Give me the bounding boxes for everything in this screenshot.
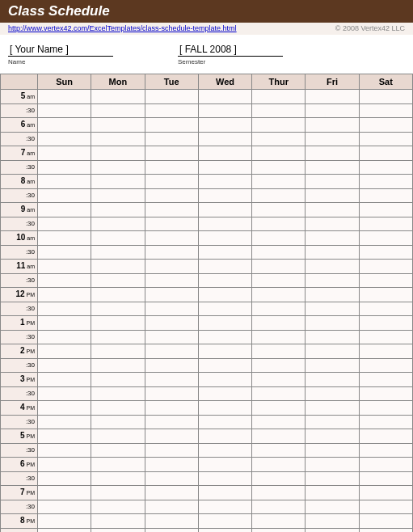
schedule-cell[interactable]: [306, 189, 359, 203]
schedule-cell[interactable]: [359, 189, 412, 203]
schedule-cell[interactable]: [359, 373, 412, 387]
schedule-cell[interactable]: [198, 472, 251, 486]
schedule-cell[interactable]: [145, 288, 198, 302]
schedule-cell[interactable]: [91, 104, 145, 118]
schedule-cell[interactable]: [91, 231, 145, 246]
schedule-cell[interactable]: [252, 118, 306, 133]
schedule-cell[interactable]: [252, 231, 306, 246]
schedule-cell[interactable]: [306, 373, 359, 387]
schedule-cell[interactable]: [38, 189, 91, 203]
schedule-cell[interactable]: [359, 133, 412, 146]
schedule-cell[interactable]: [306, 231, 359, 246]
schedule-cell[interactable]: [252, 217, 306, 231]
schedule-cell[interactable]: [198, 302, 251, 316]
schedule-cell[interactable]: [145, 444, 198, 458]
schedule-cell[interactable]: [359, 217, 412, 231]
schedule-cell[interactable]: [38, 387, 91, 401]
schedule-cell[interactable]: [252, 246, 306, 260]
schedule-cell[interactable]: [252, 429, 306, 444]
schedule-cell[interactable]: [359, 175, 412, 189]
schedule-cell[interactable]: [38, 458, 91, 472]
schedule-cell[interactable]: [145, 118, 198, 133]
schedule-cell[interactable]: [252, 416, 306, 429]
schedule-cell[interactable]: [145, 231, 198, 246]
schedule-cell[interactable]: [38, 359, 91, 373]
schedule-cell[interactable]: [306, 401, 359, 416]
schedule-cell[interactable]: [145, 373, 198, 387]
schedule-cell[interactable]: [252, 331, 306, 344]
schedule-cell[interactable]: [198, 231, 251, 246]
schedule-cell[interactable]: [306, 203, 359, 217]
schedule-cell[interactable]: [359, 444, 412, 458]
schedule-cell[interactable]: [91, 118, 145, 133]
schedule-cell[interactable]: [306, 274, 359, 288]
schedule-cell[interactable]: [145, 133, 198, 146]
schedule-cell[interactable]: [252, 344, 306, 359]
schedule-cell[interactable]: [306, 416, 359, 429]
schedule-cell[interactable]: [306, 288, 359, 302]
schedule-cell[interactable]: [306, 344, 359, 359]
schedule-cell[interactable]: [306, 90, 359, 104]
schedule-cell[interactable]: [306, 161, 359, 175]
schedule-cell[interactable]: [252, 401, 306, 416]
schedule-cell[interactable]: [359, 514, 412, 529]
schedule-cell[interactable]: [306, 118, 359, 133]
schedule-cell[interactable]: [306, 316, 359, 331]
schedule-cell[interactable]: [145, 217, 198, 231]
schedule-cell[interactable]: [252, 302, 306, 316]
schedule-cell[interactable]: [91, 331, 145, 344]
schedule-cell[interactable]: [359, 161, 412, 175]
schedule-cell[interactable]: [145, 146, 198, 161]
schedule-cell[interactable]: [38, 161, 91, 175]
schedule-cell[interactable]: [38, 217, 91, 231]
schedule-cell[interactable]: [198, 175, 251, 189]
schedule-cell[interactable]: [38, 416, 91, 429]
schedule-cell[interactable]: [38, 90, 91, 104]
schedule-cell[interactable]: [359, 146, 412, 161]
schedule-cell[interactable]: [145, 316, 198, 331]
schedule-cell[interactable]: [38, 444, 91, 458]
schedule-cell[interactable]: [38, 401, 91, 416]
schedule-cell[interactable]: [198, 344, 251, 359]
schedule-cell[interactable]: [252, 288, 306, 302]
schedule-cell[interactable]: [198, 401, 251, 416]
schedule-cell[interactable]: [252, 444, 306, 458]
schedule-cell[interactable]: [145, 359, 198, 373]
schedule-cell[interactable]: [91, 175, 145, 189]
schedule-cell[interactable]: [38, 260, 91, 274]
schedule-cell[interactable]: [91, 429, 145, 444]
schedule-cell[interactable]: [91, 373, 145, 387]
schedule-cell[interactable]: [198, 288, 251, 302]
schedule-cell[interactable]: [38, 529, 91, 533]
schedule-cell[interactable]: [91, 316, 145, 331]
schedule-cell[interactable]: [145, 246, 198, 260]
schedule-cell[interactable]: [198, 260, 251, 274]
schedule-cell[interactable]: [38, 104, 91, 118]
schedule-cell[interactable]: [198, 458, 251, 472]
schedule-cell[interactable]: [306, 217, 359, 231]
schedule-cell[interactable]: [91, 486, 145, 500]
schedule-cell[interactable]: [91, 274, 145, 288]
schedule-cell[interactable]: [91, 500, 145, 514]
schedule-cell[interactable]: [198, 429, 251, 444]
schedule-cell[interactable]: [198, 217, 251, 231]
schedule-cell[interactable]: [252, 500, 306, 514]
schedule-cell[interactable]: [38, 331, 91, 344]
schedule-cell[interactable]: [359, 486, 412, 500]
schedule-cell[interactable]: [38, 429, 91, 444]
schedule-cell[interactable]: [306, 260, 359, 274]
schedule-cell[interactable]: [38, 344, 91, 359]
schedule-cell[interactable]: [359, 458, 412, 472]
schedule-cell[interactable]: [145, 472, 198, 486]
schedule-cell[interactable]: [252, 175, 306, 189]
schedule-cell[interactable]: [38, 146, 91, 161]
schedule-cell[interactable]: [306, 104, 359, 118]
schedule-cell[interactable]: [38, 118, 91, 133]
schedule-cell[interactable]: [359, 316, 412, 331]
schedule-cell[interactable]: [145, 458, 198, 472]
schedule-cell[interactable]: [306, 529, 359, 533]
schedule-cell[interactable]: [306, 444, 359, 458]
schedule-cell[interactable]: [359, 274, 412, 288]
schedule-cell[interactable]: [198, 104, 251, 118]
schedule-cell[interactable]: [145, 514, 198, 529]
